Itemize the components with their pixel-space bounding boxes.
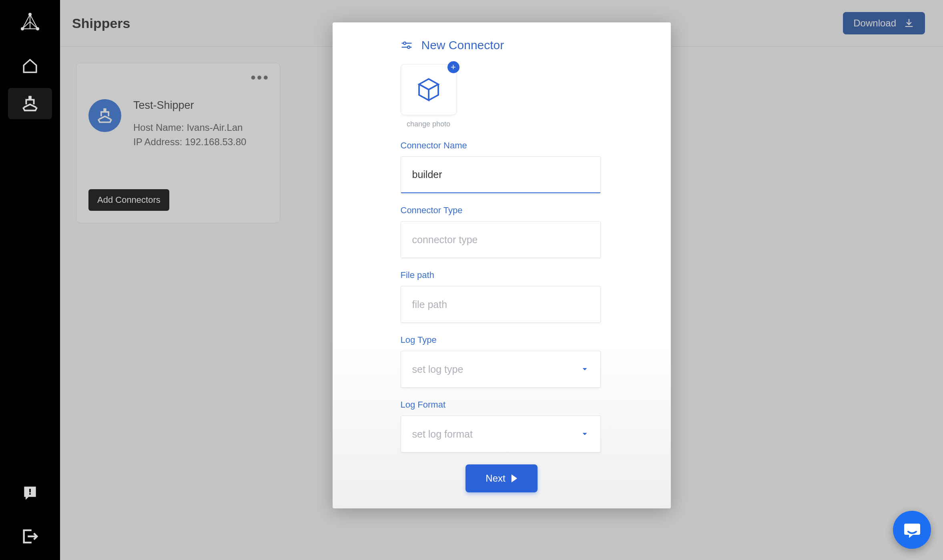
svg-point-0 (29, 13, 31, 16)
play-icon (511, 474, 518, 482)
change-photo-label[interactable]: change photo (401, 120, 457, 128)
connector-type-input[interactable] (401, 221, 601, 258)
connector-name-input[interactable] (401, 156, 601, 193)
main-content: Shippers Download ••• (60, 0, 943, 560)
svg-point-2 (36, 28, 39, 30)
next-button[interactable]: Next (465, 464, 538, 492)
svg-point-6 (407, 46, 409, 48)
file-path-label: File path (401, 270, 603, 280)
connector-type-label: Connector Type (401, 205, 603, 216)
sidebar-feedback[interactable] (8, 478, 52, 509)
log-type-select[interactable]: set log type (401, 351, 601, 388)
svg-point-1 (21, 28, 24, 30)
log-type-label: Log Type (401, 335, 603, 345)
sliders-icon (401, 39, 413, 51)
modal-title: New Connector (421, 38, 504, 52)
svg-rect-3 (29, 489, 31, 492)
svg-rect-4 (29, 493, 31, 495)
connector-name-label: Connector Name (401, 140, 603, 151)
next-button-label: Next (486, 473, 505, 484)
logo-icon[interactable] (8, 7, 52, 38)
cube-icon (416, 77, 441, 102)
log-format-label: Log Format (401, 400, 603, 410)
chat-icon (903, 520, 922, 540)
sidebar-logout[interactable] (8, 521, 52, 552)
modal-overlay[interactable]: New Connector + change photo (60, 0, 943, 560)
chat-widget[interactable] (893, 511, 931, 549)
add-photo-badge[interactable]: + (447, 61, 459, 73)
sidebar-home[interactable] (8, 50, 52, 82)
svg-point-5 (403, 42, 405, 44)
new-connector-modal: New Connector + change photo (333, 22, 671, 508)
sidebar-shippers[interactable] (8, 88, 52, 119)
file-path-input[interactable] (401, 286, 601, 323)
connector-photo[interactable]: + (401, 64, 457, 115)
chevron-down-icon (580, 430, 589, 438)
log-format-select[interactable]: set log format (401, 416, 601, 452)
sidebar (0, 0, 60, 560)
chevron-down-icon (580, 365, 589, 374)
